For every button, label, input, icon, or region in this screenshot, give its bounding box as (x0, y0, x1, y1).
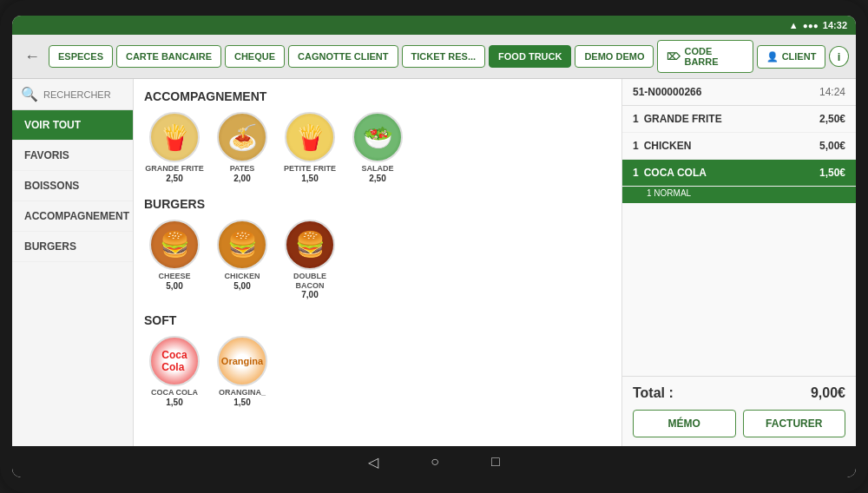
nav-especes[interactable]: ESPECES (49, 45, 113, 68)
list-item[interactable]: 🍟 GRANDE FRITE 2,50 (144, 112, 205, 183)
chicken-icon: 🍔 (217, 220, 267, 270)
orangina-price: 1,50 (233, 398, 250, 407)
nav-cheque[interactable]: CHEQUE (225, 45, 285, 68)
barcode-icon: ⌦ (667, 51, 681, 62)
memo-button[interactable]: MÉMO (633, 410, 736, 437)
item-price: 2,50€ (819, 113, 845, 125)
back-button[interactable]: ← (19, 46, 45, 68)
bottom-bar: ◁ ○ □ (12, 446, 856, 477)
section-burgers-title: BURGERS (144, 197, 611, 211)
order-footer: Total : 9,00€ MÉMO FACTURER (622, 376, 856, 446)
grande-frite-price: 2,50 (166, 174, 182, 183)
signal-icon: ●●● (803, 21, 819, 30)
nav-info-button[interactable]: i (829, 46, 849, 67)
list-item[interactable]: 🍝 PATES 2,00 (212, 112, 273, 183)
search-icon: 🔍 (21, 86, 38, 102)
search-bar: 🔍 (12, 79, 133, 110)
coca-cola-icon: CocaCola (149, 336, 200, 386)
sidebar-item-boissons[interactable]: BOISSONS (12, 171, 133, 201)
pates-label: PATES (230, 164, 255, 174)
table-row[interactable]: 1 CHICKEN 5,00€ (622, 133, 856, 160)
sidebar: 🔍 VOIR TOUT FAVORIS BOISSONS ACCOMPAGNEM… (12, 79, 134, 446)
double-bacon-price: 7,00 (301, 290, 318, 299)
sidebar-item-accompagnement[interactable]: ACCOMPAGNEMENT (12, 201, 133, 232)
item-name: CHICKEN (644, 140, 819, 152)
chicken-label: CHICKEN (224, 272, 260, 281)
table-row[interactable]: 1 COCA COLA 1,50€ (622, 160, 856, 187)
salade-label: SALADE (361, 164, 393, 174)
nav-code-barre[interactable]: ⌦ CODE BARRE (657, 40, 753, 73)
section-accompagnement: ACCOMPAGNEMENT 🍟 GRANDE FRITE 2,50 🍝 PAT… (144, 89, 611, 183)
order-id: 51-N00000266 (633, 86, 701, 98)
home-nav-button[interactable]: ○ (431, 454, 439, 470)
list-item[interactable]: 🍔 DOUBLE BACON 7,00 (279, 220, 340, 300)
item-price: 1,50€ (819, 167, 845, 179)
section-accompagnement-title: ACCOMPAGNEMENT (144, 89, 611, 103)
sidebar-item-favoris[interactable]: FAVORIS (12, 141, 133, 171)
orangina-label: ORANGINA_ (219, 388, 266, 398)
list-item[interactable]: CocaCola COCA COLA 1,50 (144, 336, 205, 407)
tablet: ▲ ●●● 14:32 ← ESPECES CARTE BANCAIRE CHE… (0, 0, 868, 493)
list-item[interactable]: 🍔 CHEESE 5,00 (144, 220, 205, 300)
order-total: Total : 9,00€ (633, 385, 845, 401)
tablet-screen: ▲ ●●● 14:32 ← ESPECES CARTE BANCAIRE CHE… (12, 16, 856, 477)
back-nav-button[interactable]: ◁ (368, 454, 378, 470)
pates-icon: 🍝 (217, 112, 267, 162)
grande-frite-icon: 🍟 (149, 112, 200, 162)
section-soft-title: SOFT (144, 313, 611, 327)
item-name: GRANDE FRITE (644, 113, 819, 125)
salade-price: 2,50 (369, 174, 385, 183)
grande-frite-label: GRANDE FRITE (145, 164, 204, 174)
list-item[interactable]: 🍔 CHICKEN 5,00 (212, 220, 273, 300)
total-value: 9,00€ (811, 385, 845, 401)
code-barre-label: CODE BARRE (684, 46, 743, 67)
order-time: 14:24 (819, 86, 845, 98)
list-item[interactable]: 🍟 PETITE FRITE 1,50 (279, 112, 340, 183)
status-time: 14:32 (823, 20, 847, 30)
cheese-icon: 🍔 (149, 220, 200, 270)
nav-carte-bancaire[interactable]: CARTE BANCAIRE (116, 45, 221, 68)
total-label: Total : (633, 385, 674, 401)
table-row[interactable]: 1 GRANDE FRITE 2,50€ (622, 106, 856, 133)
order-item-sub: 1 NORMAL (622, 187, 856, 203)
sidebar-item-burgers[interactable]: BURGERS (12, 232, 133, 262)
list-item[interactable]: Orangina ORANGINA_ 1,50 (212, 336, 273, 407)
burgers-grid: 🍔 CHEESE 5,00 🍔 CHICKEN 5,00 🍔 DOUBLE BA… (144, 220, 611, 300)
nav-demo-demo[interactable]: DEMO DEMO (575, 45, 654, 68)
cheese-label: CHEESE (158, 272, 190, 281)
orangina-icon: Orangina (217, 336, 267, 386)
item-qty: 1 (633, 113, 639, 125)
right-panel: 51-N00000266 14:24 1 GRANDE FRITE 2,50€ … (621, 79, 856, 446)
petite-frite-label: PETITE FRITE (284, 164, 336, 174)
nav-cagnotte-client[interactable]: CAGNOTTE CLIENT (288, 45, 398, 68)
nav-ticket-res[interactable]: TICKET RES... (402, 45, 486, 68)
list-item[interactable]: 🥗 SALADE 2,50 (347, 112, 408, 183)
order-actions: MÉMO FACTURER (633, 410, 845, 437)
client-label: CLIENT (782, 51, 817, 62)
wifi-icon: ▲ (789, 20, 799, 30)
section-burgers: BURGERS 🍔 CHEESE 5,00 🍔 CHICKEN 5,00 (144, 197, 611, 300)
search-input[interactable] (43, 89, 124, 100)
center-panel: ACCOMPAGNEMENT 🍟 GRANDE FRITE 2,50 🍝 PAT… (134, 79, 621, 446)
item-price: 5,00€ (819, 140, 845, 152)
recents-nav-button[interactable]: □ (491, 454, 500, 470)
salade-icon: 🥗 (352, 112, 403, 162)
item-qty: 1 (633, 140, 639, 152)
cheese-price: 5,00 (166, 281, 182, 291)
petite-frite-icon: 🍟 (285, 112, 335, 162)
item-name: COCA COLA (644, 167, 819, 179)
double-bacon-label: DOUBLE BACON (279, 272, 340, 291)
coca-cola-label: COCA COLA (151, 388, 198, 398)
coca-cola-price: 1,50 (166, 398, 182, 407)
status-bar: ▲ ●●● 14:32 (12, 16, 856, 35)
nav-client[interactable]: 👤 CLIENT (757, 45, 826, 69)
double-bacon-icon: 🍔 (285, 220, 335, 270)
order-items-list: 1 GRANDE FRITE 2,50€ 1 CHICKEN 5,00€ 1 C… (622, 106, 856, 376)
sidebar-item-voir-tout[interactable]: VOIR TOUT (12, 110, 133, 141)
sidebar-menu: VOIR TOUT FAVORIS BOISSONS ACCOMPAGNEMEN… (12, 110, 133, 446)
facturer-button[interactable]: FACTURER (743, 410, 846, 437)
pates-price: 2,00 (233, 174, 250, 183)
order-header: 51-N00000266 14:24 (622, 79, 856, 106)
nav-food-truck[interactable]: FOOD TRUCK (489, 45, 571, 68)
petite-frite-price: 1,50 (301, 174, 318, 183)
